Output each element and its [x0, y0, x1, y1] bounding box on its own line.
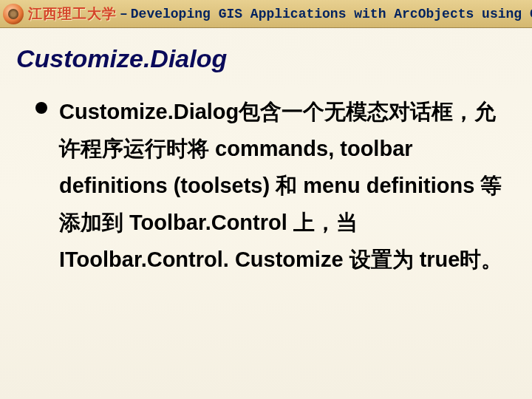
bullet-dot-icon [35, 102, 47, 114]
university-logo-icon [3, 4, 24, 24]
header-course-title: Developing GIS Applications with ArcObje… [131, 7, 532, 21]
bullet-text: Customize.Dialog包含一个无模态对话框，允许程序运行时将 comm… [56, 94, 504, 278]
header-separator: – [120, 7, 128, 21]
header-bar: 江西理工大学 – Developing GIS Applications wit… [0, 0, 532, 28]
header-university-name: 江西理工大学 [28, 4, 117, 24]
content-area: Customize.Dialog包含一个无模态对话框，允许程序运行时将 comm… [0, 73, 532, 278]
bullet-item: Customize.Dialog包含一个无模态对话框，允许程序运行时将 comm… [35, 94, 504, 278]
slide-title: Customize.Dialog [0, 28, 532, 73]
logo-inner-icon [8, 9, 18, 19]
